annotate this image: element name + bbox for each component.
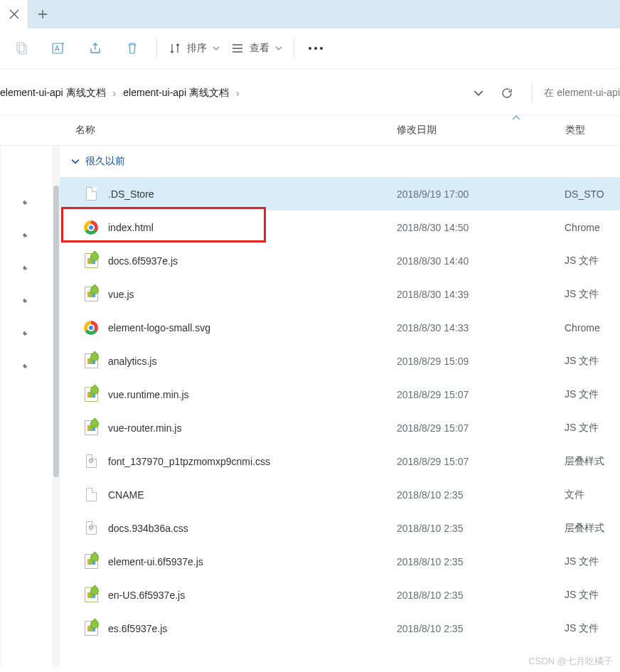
- file-icon: [84, 488, 98, 502]
- file-date: 2018/8/29 15:07: [397, 422, 469, 434]
- pin-icon[interactable]: [18, 193, 35, 210]
- more-button[interactable]: [300, 47, 331, 50]
- file-row[interactable]: docs.934b36a.css2018/8/10 2:35层叠样式: [60, 511, 620, 545]
- watermark: CSDN @七月吃橘子: [528, 655, 613, 668]
- new-tab-button[interactable]: [28, 0, 57, 28]
- file-icon: [84, 187, 98, 201]
- file-date: 2018/8/10 2:35: [397, 489, 463, 501]
- sort-indicator-icon: [512, 114, 520, 122]
- scrollbar[interactable]: [53, 146, 60, 667]
- column-type[interactable]: 类型: [565, 124, 585, 137]
- file-date: 2018/8/29 15:07: [397, 456, 469, 467]
- file-row[interactable]: vue.js2018/8/30 14:39JS 文件: [60, 277, 620, 311]
- chevron-down-icon: [275, 45, 282, 52]
- chevron-down-icon[interactable]: [474, 88, 483, 98]
- share-icon[interactable]: [77, 34, 114, 63]
- file-row[interactable]: index.html2018/8/30 14:50Chrome: [60, 210, 620, 244]
- sort-label: 排序: [187, 42, 207, 55]
- file-date: 2018/9/19 17:00: [397, 188, 469, 200]
- file-name: element-ui.6f5937e.js: [108, 556, 203, 567]
- column-name[interactable]: 名称: [75, 124, 95, 137]
- pin-icon[interactable]: [18, 259, 35, 275]
- file-type: JS 文件: [565, 355, 599, 368]
- tab-close-button[interactable]: [0, 0, 28, 28]
- file-type: JS 文件: [565, 288, 599, 301]
- breadcrumb-item[interactable]: element-ui-api 离线文档: [0, 87, 106, 100]
- file-name: docs.934b36a.css: [108, 523, 188, 534]
- chevron-down-icon: [213, 45, 220, 52]
- file-name: index.html: [108, 222, 154, 233]
- toolbar: A 排序 查看: [0, 28, 620, 68]
- pin-icon[interactable]: [18, 324, 35, 341]
- file-row[interactable]: element-ui.6f5937e.js2018/8/10 2:35JS 文件: [60, 545, 620, 578]
- quick-access-rail: [0, 146, 53, 667]
- toolbar-separator: [294, 38, 294, 58]
- scrollbar-thumb[interactable]: [53, 186, 59, 477]
- copy-icon[interactable]: [3, 34, 40, 63]
- settings-file-icon: [84, 454, 98, 469]
- rename-icon[interactable]: A: [40, 34, 77, 63]
- breadcrumb-item[interactable]: element-ui-api 离线文档: [123, 87, 229, 100]
- view-dropdown[interactable]: 查看: [225, 34, 288, 63]
- file-type: JS 文件: [565, 589, 599, 602]
- js-file-icon: [84, 254, 98, 268]
- js-file-icon: [84, 555, 98, 569]
- file-date: 2018/8/10 2:35: [397, 623, 463, 634]
- file-type: Chrome: [565, 322, 600, 334]
- delete-icon[interactable]: [114, 34, 151, 63]
- refresh-icon[interactable]: [501, 87, 513, 100]
- file-name: vue.js: [108, 289, 134, 300]
- column-headers: 名称 修改日期 类型: [0, 114, 620, 146]
- separator: [532, 83, 533, 103]
- file-row[interactable]: docs.6f5937e.js2018/8/30 14:40JS 文件: [60, 244, 620, 277]
- chevron-right-icon: ›: [113, 87, 117, 99]
- svg-text:A: A: [55, 45, 60, 53]
- group-header[interactable]: 很久以前: [60, 146, 620, 177]
- file-date: 2018/8/30 14:39: [397, 289, 469, 300]
- breadcrumb[interactable]: element-ui-api 离线文档 › element-ui-api 离线文…: [0, 87, 462, 100]
- pin-icon[interactable]: [18, 357, 35, 373]
- svg-rect-0: [17, 43, 24, 52]
- js-file-icon: [84, 388, 98, 402]
- file-type: JS 文件: [565, 622, 599, 635]
- search-input[interactable]: 在 element-ui-api: [535, 87, 620, 100]
- js-file-icon: [84, 354, 98, 368]
- chevron-right-icon: ›: [236, 87, 240, 99]
- chrome-icon: [84, 321, 98, 335]
- file-type: 层叠样式: [565, 522, 604, 535]
- file-list: 很久以前 .DS_Store2018/9/19 17:00DS_STOindex…: [60, 146, 620, 667]
- js-file-icon: [84, 588, 98, 602]
- file-name: .DS_Store: [108, 188, 154, 200]
- js-file-icon: [84, 421, 98, 435]
- file-name: es.6f5937e.js: [108, 623, 167, 634]
- file-name: CNAME: [108, 489, 144, 501]
- file-type: Chrome: [565, 222, 600, 233]
- file-date: 2018/8/29 15:09: [397, 356, 469, 367]
- toolbar-separator: [156, 38, 157, 58]
- file-row[interactable]: font_137970_p1tpzmomxp9cnmi.css2018/8/29…: [60, 444, 620, 478]
- file-row[interactable]: es.6f5937e.js2018/8/10 2:35JS 文件: [60, 612, 620, 645]
- file-type: JS 文件: [565, 388, 599, 401]
- sort-dropdown[interactable]: 排序: [163, 34, 225, 63]
- file-row[interactable]: .DS_Store2018/9/19 17:00DS_STO: [60, 177, 620, 210]
- file-type: 文件: [565, 489, 584, 501]
- tab-strip: [0, 0, 620, 28]
- file-row[interactable]: vue.runtime.min.js2018/8/29 15:07JS 文件: [60, 378, 620, 411]
- file-row[interactable]: en-US.6f5937e.js2018/8/10 2:35JS 文件: [60, 578, 620, 612]
- file-date: 2018/8/10 2:35: [397, 523, 463, 534]
- file-row[interactable]: vue-router.min.js2018/8/29 15:07JS 文件: [60, 411, 620, 444]
- file-name: docs.6f5937e.js: [108, 255, 178, 267]
- column-date[interactable]: 修改日期: [397, 124, 437, 137]
- pin-icon[interactable]: [18, 226, 35, 242]
- file-name: analytics.js: [108, 356, 156, 367]
- pin-icon[interactable]: [18, 292, 35, 308]
- file-row[interactable]: analytics.js2018/8/29 15:09JS 文件: [60, 344, 620, 378]
- svg-rect-1: [19, 45, 26, 54]
- chrome-icon: [84, 220, 98, 235]
- address-bar: element-ui-api 离线文档 › element-ui-api 离线文…: [0, 68, 620, 114]
- file-row[interactable]: element-logo-small.svg2018/8/30 14:33Chr…: [60, 311, 620, 344]
- file-row[interactable]: CNAME2018/8/10 2:35文件: [60, 478, 620, 511]
- file-date: 2018/8/10 2:35: [397, 556, 463, 567]
- view-label: 查看: [250, 42, 269, 55]
- file-date: 2018/8/10 2:35: [397, 590, 463, 601]
